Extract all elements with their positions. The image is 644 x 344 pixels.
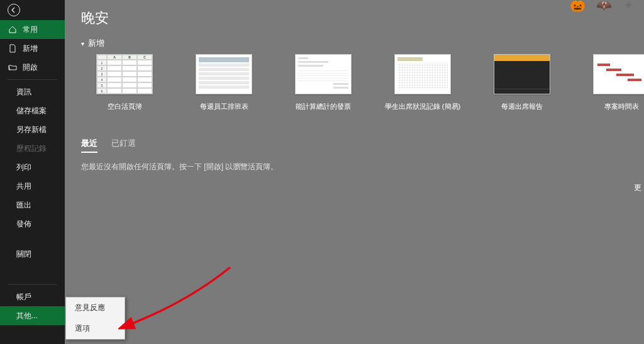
new-section-header[interactable]: ▾ 新增 xyxy=(81,38,644,49)
sidebar-item-new[interactable]: 新增 xyxy=(0,39,65,58)
sidebar-item-label: 歷程記錄 xyxy=(16,143,47,154)
template-label: 專案時間表 xyxy=(604,102,639,111)
main-panel: 🎃 🦇 ✦ 晚安 ▾ 新增 ABC 1 2 3 4 5 6 空白活頁簿 xyxy=(65,0,644,344)
popup-item-options[interactable]: 選項 xyxy=(66,318,125,339)
sidebar-item-label: 帳戶 xyxy=(16,292,31,302)
tab-pinned[interactable]: 已釘選 xyxy=(111,138,136,153)
sidebar-item-label: 其他... xyxy=(16,311,38,321)
sidebar-item-label: 另存新檔 xyxy=(16,125,47,135)
template-weekly-shift[interactable]: 每週員工排班表 xyxy=(196,54,252,111)
sidebar-item-label: 發佈 xyxy=(16,219,31,230)
sidebar-item-export[interactable]: 匯出 xyxy=(0,196,65,214)
sidebar-item-label: 關閉 xyxy=(16,249,31,260)
sidebar: 常用 新增 開啟 資訊 儲存檔案 另存新檔 歷程記錄 列印 共用 匯出 發佈 關… xyxy=(0,0,65,344)
more-templates-link[interactable]: 更 xyxy=(634,182,641,193)
sidebar-item-label: 儲存檔案 xyxy=(16,106,47,116)
back-arrow-icon xyxy=(8,4,20,16)
sidebar-item-home[interactable]: 常用 xyxy=(0,20,65,39)
sidebar-item-other[interactable]: 其他... xyxy=(0,306,65,325)
seasonal-deco-icon: 🎃 🦇 ✦ xyxy=(570,0,638,13)
template-thumb xyxy=(295,54,352,94)
chevron-down-icon: ▾ xyxy=(81,40,84,47)
sidebar-separator xyxy=(8,79,57,80)
recent-tabs: 最近 已釘選 xyxy=(81,138,644,153)
templates-row: ABC 1 2 3 4 5 6 空白活頁簿 每週員工排班表 xyxy=(81,54,644,111)
template-label: 空白活頁簿 xyxy=(108,102,142,111)
sidebar-separator xyxy=(8,284,57,285)
popup-item-feedback[interactable]: 意見反應 xyxy=(66,297,125,318)
sidebar-item-save[interactable]: 儲存檔案 xyxy=(0,101,65,120)
new-section-label: 新增 xyxy=(88,38,104,49)
template-thumb xyxy=(593,54,644,94)
template-label: 學生出席狀況記錄 (簡易) xyxy=(385,102,460,111)
home-icon xyxy=(8,25,18,34)
sidebar-item-label: 資訊 xyxy=(16,87,31,97)
folder-open-icon xyxy=(8,64,18,71)
sidebar-spacer xyxy=(0,264,65,282)
sidebar-item-open[interactable]: 開啟 xyxy=(0,58,65,77)
template-thumb xyxy=(196,54,252,94)
template-label: 能計算總計的發票 xyxy=(296,102,351,111)
app-root: 常用 新增 開啟 資訊 儲存檔案 另存新檔 歷程記錄 列印 共用 匯出 發佈 關… xyxy=(0,0,644,344)
template-label: 每週出席報告 xyxy=(501,102,543,111)
template-thumb xyxy=(394,54,451,94)
sidebar-item-label: 共用 xyxy=(16,181,31,192)
file-icon xyxy=(8,44,18,53)
template-thumb xyxy=(494,54,550,94)
template-student-attendance[interactable]: 學生出席狀況記錄 (簡易) xyxy=(394,54,451,111)
template-project-timeline[interactable]: 專案時間表 xyxy=(593,54,644,111)
sidebar-item-label: 列印 xyxy=(16,162,31,173)
sidebar-item-label: 匯出 xyxy=(16,200,31,211)
template-weekly-attendance[interactable]: 每週出席報告 xyxy=(494,54,550,111)
sidebar-item-share[interactable]: 共用 xyxy=(0,177,65,196)
sidebar-item-close[interactable]: 關閉 xyxy=(0,245,65,264)
greeting-title: 晚安 xyxy=(81,9,644,28)
sidebar-item-info[interactable]: 資訊 xyxy=(0,82,65,101)
sidebar-item-history: 歷程記錄 xyxy=(0,139,65,158)
sidebar-item-label: 開啟 xyxy=(23,62,38,73)
back-button[interactable] xyxy=(0,0,65,20)
other-popup-menu: 意見反應 選項 xyxy=(65,297,125,340)
sidebar-item-print[interactable]: 列印 xyxy=(0,158,65,177)
template-blank-workbook[interactable]: ABC 1 2 3 4 5 6 空白活頁簿 xyxy=(96,54,153,111)
sidebar-item-saveas[interactable]: 另存新檔 xyxy=(0,120,65,139)
sidebar-item-publish[interactable]: 發佈 xyxy=(0,214,65,233)
sidebar-item-account[interactable]: 帳戶 xyxy=(0,287,65,306)
sidebar-item-label: 新增 xyxy=(23,43,38,54)
tab-recent[interactable]: 最近 xyxy=(81,138,97,153)
sidebar-item-label: 常用 xyxy=(23,25,38,35)
template-label: 每週員工排班表 xyxy=(200,102,248,111)
template-invoice-totals[interactable]: 能計算總計的發票 xyxy=(295,54,352,111)
sidebar-bottom-pad xyxy=(0,325,65,344)
template-thumb: ABC 1 2 3 4 5 6 xyxy=(96,54,153,94)
recent-empty-hint: 您最近沒有開啟任何活頁簿。按一下 [開啟] 以瀏覽活頁簿。 xyxy=(81,162,644,172)
